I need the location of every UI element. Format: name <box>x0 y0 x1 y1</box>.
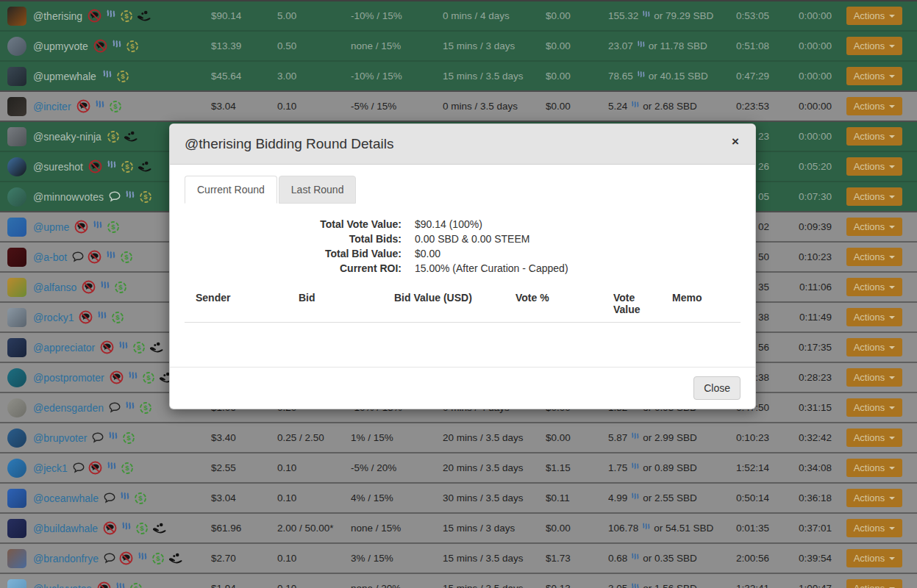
bot-name-link[interactable]: @oceanwhale <box>33 492 99 504</box>
next-vote-time-cell: 0:34:08 <box>769 462 832 473</box>
bot-feature-badges: $ <box>76 99 122 113</box>
actions-button[interactable]: Actions <box>846 489 903 507</box>
svg-text:$: $ <box>127 434 132 442</box>
min-bid-cell: 0.10 <box>277 583 351 588</box>
time-remaining-cell: 0:10:23 <box>724 432 769 443</box>
min-bid-cell: 2.00 / 50.00* <box>277 523 351 534</box>
actions-button[interactable]: Actions <box>846 218 903 236</box>
vote-amount-cell: 1.75 or 0.89 SBD <box>608 462 724 473</box>
min-bid-cell: 0.10 <box>277 492 351 503</box>
steem-icon <box>107 431 118 444</box>
bot-name-link[interactable]: @rocky1 <box>33 312 74 323</box>
svg-text:$: $ <box>125 464 129 472</box>
bot-name-link[interactable]: @upmyvote <box>33 40 88 52</box>
steem-icon <box>127 371 138 384</box>
bot-feature-badges: $ <box>93 39 139 53</box>
chevron-down-icon <box>889 165 895 168</box>
bot-name-link[interactable]: @sneaky-ninja <box>33 131 101 143</box>
hand-holding-coins-icon <box>137 10 151 21</box>
no-comment-icon <box>88 9 101 23</box>
steem-icon <box>105 251 116 263</box>
svg-text:$: $ <box>138 494 143 502</box>
vote-value-cell: $3.04 <box>211 492 277 503</box>
actions-cell: Actions <box>832 579 917 588</box>
next-vote-time-cell: 0:37:01 <box>769 523 832 534</box>
bot-name-link[interactable]: @buildawhale <box>33 523 98 534</box>
actions-button[interactable]: Actions <box>846 97 903 115</box>
min-bid-cell: 0.25 / 2.50 <box>277 432 351 443</box>
avatar <box>7 248 26 267</box>
bot-name-link[interactable]: @sureshot <box>33 161 83 173</box>
bot-name-link[interactable]: @luckyvotes <box>33 583 92 588</box>
actions-button[interactable]: Actions <box>846 157 903 176</box>
no-comment-icon <box>79 310 93 324</box>
svg-text:$: $ <box>111 132 115 140</box>
next-vote-time-cell: 0:00:00 <box>769 101 832 112</box>
comment-icon <box>104 492 115 503</box>
actions-button[interactable]: Actions <box>846 127 903 146</box>
actions-button[interactable]: Actions <box>846 579 903 588</box>
steem-icon <box>641 10 651 21</box>
next-vote-time-cell: 0:17:35 <box>769 342 832 353</box>
bot-name-link[interactable]: @upme <box>33 221 69 233</box>
avatar <box>7 67 26 86</box>
steem-icon <box>636 40 646 51</box>
actions-button[interactable]: Actions <box>846 338 903 356</box>
actions-button[interactable]: Actions <box>846 67 903 85</box>
vote-value-cell: $2.70 <box>211 553 277 564</box>
actions-button[interactable]: Actions <box>846 37 903 55</box>
bot-name-link[interactable]: @brandonfrye <box>33 553 99 564</box>
bot-row: @jeck1 $ $2.55 0.10 -5% / 20% 20 mins / … <box>0 452 917 482</box>
bot-name-link[interactable]: @appreciator <box>33 342 95 354</box>
actions-button[interactable]: Actions <box>846 519 903 537</box>
bot-name-link[interactable]: @jeck1 <box>33 462 68 474</box>
min-bid-cell: 5.00 <box>277 10 351 21</box>
avatar <box>7 338 26 357</box>
bot-name-link[interactable]: @brupvoter <box>33 432 87 444</box>
bot-name-link[interactable]: @upmewhale <box>33 71 96 82</box>
bot-name-link[interactable]: @edensgarden <box>33 402 104 414</box>
vote-amount-cell: 5.24 or 2.68 SBD <box>608 101 724 112</box>
actions-button[interactable]: Actions <box>846 368 903 387</box>
actions-button[interactable]: Actions <box>846 187 903 206</box>
chevron-down-icon <box>889 346 895 349</box>
actions-button[interactable]: Actions <box>846 7 903 25</box>
bot-name-link[interactable]: @minnowvotes <box>33 191 104 203</box>
actions-button[interactable]: Actions <box>846 459 903 477</box>
bot-feature-badges: $ <box>104 492 147 505</box>
actions-button[interactable]: Actions <box>846 308 903 326</box>
actions-button[interactable]: Actions <box>846 549 903 567</box>
hand-holding-coins-icon <box>124 131 138 142</box>
time-remaining-cell: 2:00:56 <box>724 553 769 564</box>
next-vote-time-cell: 0:32:42 <box>769 432 832 443</box>
actions-button[interactable]: Actions <box>846 278 903 296</box>
actions-cell: Actions <box>832 459 917 477</box>
total-bids-label: Total Bids: <box>185 232 402 246</box>
close-button[interactable]: Close <box>693 376 741 400</box>
actions-cell: Actions <box>832 7 917 25</box>
actions-button[interactable]: Actions <box>846 398 903 417</box>
actions-cell: Actions <box>832 429 917 447</box>
chevron-down-icon <box>889 15 895 18</box>
actions-button[interactable]: Actions <box>846 429 903 447</box>
close-icon[interactable]: × <box>727 135 743 148</box>
tab-last-round[interactable]: Last Round <box>279 176 357 204</box>
bot-name-link[interactable]: @therising <box>33 10 82 22</box>
chevron-down-icon <box>889 226 895 229</box>
bot-name-link[interactable]: @alfanso <box>33 282 76 293</box>
vote-amount-cell: 106.78 or 54.51 SBD <box>608 523 724 534</box>
bot-feature-badges: $ <box>100 340 164 354</box>
bot-name-link[interactable]: @postpromoter <box>33 372 104 384</box>
bot-row: @buildawhale $ $61.96 2.00 / 50.00* none… <box>0 512 917 542</box>
refund-dollar-icon: $ <box>129 582 143 588</box>
roi-cell: 1% / 15% <box>351 432 443 443</box>
avatar <box>7 218 26 237</box>
bot-name-link[interactable]: @a-bot <box>33 251 67 263</box>
avatar <box>7 157 26 176</box>
tab-current-round[interactable]: Current Round <box>185 176 277 204</box>
chevron-down-icon <box>889 527 895 530</box>
vote-amount-cell: 0.68 or 0.35 SBD <box>608 553 724 564</box>
avatar <box>7 398 26 417</box>
bot-name-link[interactable]: @inciter <box>33 101 71 112</box>
actions-button[interactable]: Actions <box>846 248 903 266</box>
